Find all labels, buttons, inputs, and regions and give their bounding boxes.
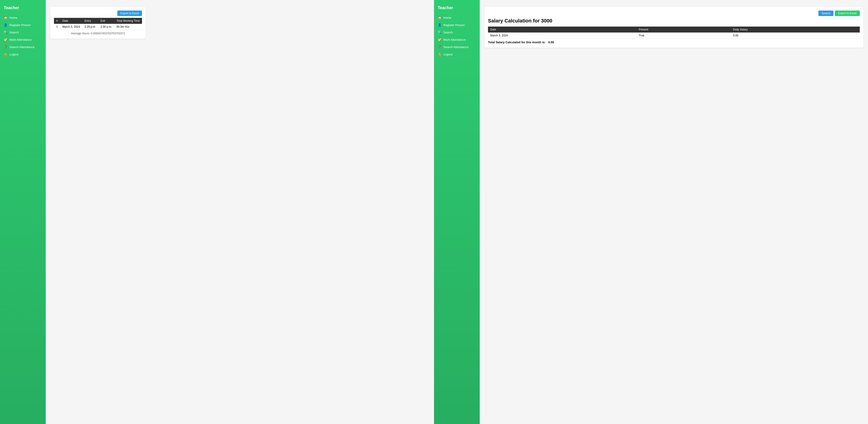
- cell-entry: 2:29 p.m.: [82, 24, 98, 30]
- sidebar-item-mark-attendance-1[interactable]: ✅ Mark Attendance: [0, 36, 46, 43]
- sidebar-label-home-1: Home: [9, 16, 18, 20]
- sidebar-label-logout-2: Logout: [443, 53, 453, 56]
- salary-table-row: March 3, 2024 True 0.00: [488, 32, 860, 39]
- sidebar-item-home-1[interactable]: 🏠 Home: [0, 14, 46, 21]
- check-icon-2: ✅: [438, 38, 441, 41]
- sidebar-item-logout-1[interactable]: 🔓 Logout: [0, 51, 46, 58]
- salary-col-date: Date: [488, 27, 637, 32]
- col-header-total-1: Total Working Time: [114, 18, 142, 24]
- col-header-entry-1: Entry: [82, 18, 98, 24]
- home-icon-1: 🏠: [4, 16, 7, 20]
- export-salary-button[interactable]: Export to Excel: [835, 10, 860, 16]
- salary-col-present: Present: [637, 27, 731, 32]
- content-area-2: Search Export to Excel Salary Calculatio…: [480, 0, 868, 424]
- sidebar-label-search-attendance-1: Search Attendance: [9, 45, 34, 49]
- sidebar-label-search-2: Search: [443, 31, 453, 34]
- check-icon-1: ✅: [4, 38, 7, 41]
- search-icon-2: 🔍: [438, 30, 441, 34]
- sidebar-label-search-1: Search: [9, 31, 19, 34]
- col-header-exit-1: Exit: [98, 18, 114, 24]
- cell-exit: 2:30 p.m.: [98, 24, 114, 30]
- sidebar-item-mark-attendance-2[interactable]: ✅ Mark Attendance: [434, 36, 480, 43]
- logout-icon-1: 🔓: [4, 52, 7, 56]
- sidebar-label-mark-1: Mark Attendance: [9, 38, 32, 41]
- cell-num: 1: [54, 24, 60, 30]
- question-icon-1: ❓: [4, 45, 7, 49]
- col-header-num-1: #: [54, 18, 60, 24]
- cell-date: March 3, 2024: [60, 24, 82, 30]
- attendance-card: Export to Excel # Date Entry Exit Total …: [50, 7, 146, 39]
- logout-icon-2: 🔓: [438, 52, 441, 56]
- sidebar-label-mark-2: Mark Attendance: [443, 38, 466, 41]
- sidebar-label-register-1: Register Person: [9, 23, 31, 27]
- person-icon-1: 👤: [4, 23, 7, 27]
- salary-card: Search Export to Excel Salary Calculatio…: [484, 7, 863, 48]
- salary-total-row: Total Salary Calculated for this month i…: [488, 40, 860, 44]
- salary-card-header: Search Export to Excel: [488, 10, 860, 16]
- salary-total-label: Total Salary Calculated for this month i…: [488, 40, 546, 44]
- search-icon-1: 🔍: [4, 30, 7, 34]
- sidebar-1: Teacher 🏠 Home 👤 Register Person 🔍 Searc…: [0, 0, 46, 424]
- sidebar-2-title: Teacher: [434, 4, 480, 14]
- sidebar-item-home-2[interactable]: 🏠 Home: [434, 14, 480, 21]
- sidebar-label-register-2: Register Person: [443, 23, 465, 27]
- content-area-1: Export to Excel # Date Entry Exit Total …: [46, 0, 434, 424]
- sidebar-item-register-1[interactable]: 👤 Register Person: [0, 21, 46, 29]
- search-salary-button[interactable]: Search: [818, 10, 834, 16]
- sidebar-label-home-2: Home: [443, 16, 452, 20]
- export-excel-btn-1[interactable]: Export to Excel: [117, 10, 142, 16]
- sidebar-item-search-attendance-2[interactable]: ❓ Search Attendance: [434, 43, 480, 51]
- sidebar-label-logout-1: Logout: [9, 53, 19, 56]
- sidebar-1-title: Teacher: [0, 4, 46, 14]
- sidebar-item-search-1[interactable]: 🔍 Search: [0, 29, 46, 36]
- salary-cell-daily: 0.00: [731, 32, 860, 39]
- sidebar-item-logout-2[interactable]: 🔓 Logout: [434, 51, 480, 58]
- sidebar-item-search-attendance-1[interactable]: ❓ Search Attendance: [0, 43, 46, 51]
- attendance-table: # Date Entry Exit Total Working Time 1 M…: [54, 18, 142, 30]
- table-row: 1 March 3, 2024 2:29 p.m. 2:30 p.m. 0h 0…: [54, 24, 142, 30]
- salary-cell-present: True: [637, 32, 731, 39]
- home-icon-2: 🏠: [438, 16, 441, 20]
- sidebar-item-register-2[interactable]: 👤 Register Person: [434, 21, 480, 29]
- sidebar-label-search-attendance-2: Search Attendance: [443, 45, 468, 49]
- salary-col-daily: Daily Salary: [731, 27, 860, 32]
- col-header-date-1: Date: [60, 18, 82, 24]
- sidebar-2: Teacher 🏠 Home 👤 Register Person 🔍 Searc…: [434, 0, 480, 424]
- person-icon-2: 👤: [438, 23, 441, 27]
- salary-cell-date: March 3, 2024: [488, 32, 637, 39]
- average-hours: Average Hours: 0.000047453703703703371: [54, 32, 142, 35]
- cell-total: 0h 0m 41s: [114, 24, 142, 30]
- salary-total-value: 0.00: [548, 40, 554, 44]
- question-icon-2: ❓: [438, 45, 441, 49]
- salary-title: Salary Calculation for 3000: [488, 18, 860, 24]
- salary-table: Date Present Daily Salary March 3, 2024 …: [488, 27, 860, 39]
- sidebar-item-search-2[interactable]: 🔍 Search: [434, 29, 480, 36]
